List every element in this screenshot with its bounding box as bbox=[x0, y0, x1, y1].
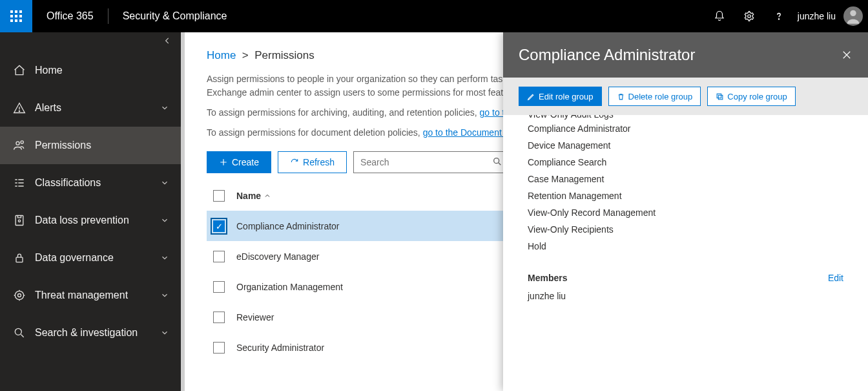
sidebar-item-home[interactable]: Home bbox=[0, 52, 181, 89]
row-checkbox[interactable] bbox=[213, 220, 225, 232]
column-name[interactable]: Name bbox=[236, 191, 271, 201]
edit-members-link[interactable]: Edit bbox=[828, 273, 843, 283]
chevron-down-icon bbox=[160, 178, 169, 187]
chevron-down-icon bbox=[160, 328, 169, 337]
chevron-down-icon bbox=[160, 103, 169, 112]
classifications-icon bbox=[12, 176, 27, 189]
chevron-down-icon bbox=[160, 291, 169, 300]
sort-asc-icon bbox=[264, 192, 271, 200]
svg-rect-0 bbox=[10, 10, 13, 13]
svg-point-14 bbox=[21, 141, 23, 143]
sidebar-item-classifications[interactable]: Classifications bbox=[0, 164, 181, 202]
copy-role-group-button[interactable]: Copy role group bbox=[707, 87, 796, 106]
shell: Home Alerts Permissions Classifications … bbox=[0, 32, 868, 391]
sidebar-item-label: Classifications bbox=[35, 177, 160, 189]
details-panel: Compliance Administrator Edit role group… bbox=[503, 32, 868, 391]
sidebar-item-alerts[interactable]: Alerts bbox=[0, 89, 181, 127]
plus-icon bbox=[219, 158, 228, 167]
sidebar-item-dlp[interactable]: Data loss prevention bbox=[0, 202, 181, 239]
row-name: Compliance Administrator bbox=[236, 221, 340, 231]
role-list-item: View-Only Audit Logs bbox=[528, 115, 614, 120]
help-button[interactable] bbox=[764, 0, 794, 32]
svg-rect-22 bbox=[719, 95, 723, 100]
refresh-label: Refresh bbox=[303, 157, 335, 167]
app-launcher-button[interactable] bbox=[0, 0, 32, 32]
avatar[interactable] bbox=[843, 6, 863, 26]
row-name: Organization Management bbox=[236, 282, 343, 292]
svg-point-21 bbox=[494, 158, 499, 164]
alert-icon bbox=[12, 101, 27, 114]
svg-rect-2 bbox=[19, 10, 22, 13]
sidebar-item-label: Alerts bbox=[35, 102, 160, 114]
role-list-item: Retention Management bbox=[528, 187, 843, 204]
close-panel-button[interactable] bbox=[841, 49, 852, 61]
delete-role-group-button[interactable]: Delete role group bbox=[608, 87, 701, 106]
create-button[interactable]: Create bbox=[207, 151, 271, 173]
role-list-item: Device Management bbox=[528, 137, 843, 154]
create-label: Create bbox=[232, 157, 259, 167]
row-name: eDiscovery Manager bbox=[236, 251, 319, 262]
notifications-button[interactable] bbox=[705, 0, 734, 32]
gear-icon bbox=[743, 10, 755, 22]
waffle-icon bbox=[10, 10, 22, 22]
panel-body[interactable]: View-Only Audit Logs Compliance Administ… bbox=[503, 115, 868, 391]
collapse-sidebar-button[interactable] bbox=[163, 36, 172, 45]
role-list-item: View-Only Record Management bbox=[528, 204, 843, 221]
governance-icon bbox=[12, 251, 27, 264]
svg-rect-23 bbox=[717, 94, 721, 98]
chevron-down-icon bbox=[160, 253, 169, 262]
brand-label[interactable]: Office 365 bbox=[32, 10, 108, 22]
role-list-item: Case Management bbox=[528, 171, 843, 187]
svg-rect-3 bbox=[10, 15, 13, 17]
svg-rect-1 bbox=[15, 10, 17, 13]
delete-label: Delete role group bbox=[628, 92, 693, 101]
avatar-icon bbox=[844, 7, 862, 25]
breadcrumb-current: Permissions bbox=[254, 49, 315, 61]
edit-role-group-button[interactable]: Edit role group bbox=[519, 87, 602, 106]
row-name: Reviewer bbox=[236, 312, 274, 322]
row-name: Security Administrator bbox=[236, 343, 324, 353]
trash-icon bbox=[617, 92, 625, 101]
breadcrumb-home-link[interactable]: Home bbox=[207, 49, 236, 61]
members-section-header: Members Edit bbox=[528, 273, 843, 283]
bell-icon bbox=[714, 10, 725, 22]
search-box[interactable] bbox=[353, 151, 508, 173]
panel-action-bar: Edit role group Delete role group Copy r… bbox=[503, 78, 868, 115]
row-checkbox[interactable] bbox=[213, 251, 225, 262]
role-list-item: Hold bbox=[528, 238, 843, 255]
refresh-button[interactable]: Refresh bbox=[278, 151, 347, 173]
home-icon bbox=[12, 64, 27, 77]
settings-button[interactable] bbox=[734, 0, 764, 32]
svg-point-13 bbox=[16, 142, 19, 145]
chevron-down-icon bbox=[160, 216, 169, 225]
sidebar-item-search-investigation[interactable]: Search & investigation bbox=[0, 314, 181, 352]
sidebar-item-label: Permissions bbox=[35, 140, 169, 151]
row-checkbox[interactable] bbox=[213, 312, 225, 323]
dlp-icon bbox=[12, 214, 27, 227]
sidebar-item-governance[interactable]: Data governance bbox=[0, 239, 181, 277]
user-name[interactable]: junzhe liu bbox=[794, 11, 843, 21]
role-list-item: Compliance Administrator bbox=[528, 120, 843, 137]
sidebar-item-permissions[interactable]: Permissions bbox=[0, 127, 181, 164]
sidebar-item-label: Data loss prevention bbox=[35, 215, 160, 226]
row-checkbox[interactable] bbox=[213, 342, 225, 354]
close-icon bbox=[841, 49, 852, 61]
select-all-checkbox[interactable] bbox=[213, 190, 225, 202]
row-checkbox[interactable] bbox=[213, 281, 225, 293]
edit-label: Edit role group bbox=[539, 92, 594, 101]
threat-icon bbox=[12, 289, 27, 302]
sidebar-item-threat[interactable]: Threat management bbox=[0, 277, 181, 314]
breadcrumb-sep: > bbox=[242, 49, 249, 61]
search-icon[interactable] bbox=[492, 156, 502, 167]
copy-label: Copy role group bbox=[727, 92, 787, 101]
role-list-item: Compliance Search bbox=[528, 154, 843, 171]
desc-text: To assign permissions for archiving, aud… bbox=[207, 107, 480, 118]
top-bar: Office 365 Security & Compliance junzhe … bbox=[0, 0, 868, 32]
svg-point-9 bbox=[748, 15, 751, 18]
search-input[interactable] bbox=[360, 157, 488, 167]
role-list-item: View-Only Recipients bbox=[528, 221, 843, 238]
sidebar: Home Alerts Permissions Classifications … bbox=[0, 32, 181, 391]
search-inv-icon bbox=[12, 326, 27, 339]
help-icon bbox=[773, 10, 785, 22]
sidebar-item-label: Search & investigation bbox=[35, 327, 160, 339]
